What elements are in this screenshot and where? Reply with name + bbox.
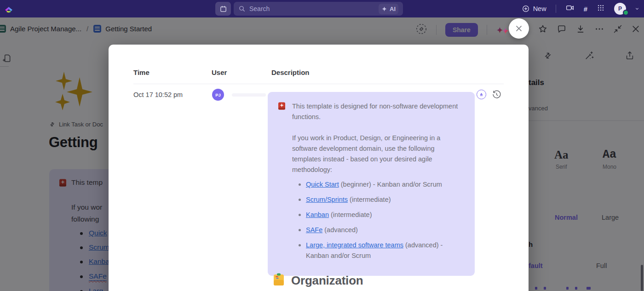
search-ai-label: AI: [390, 6, 396, 12]
ai-spark-icon: [381, 6, 387, 12]
column-header-description: Description: [271, 68, 310, 76]
chevron-down-icon: [635, 6, 639, 11]
user-menu[interactable]: P: [614, 3, 639, 15]
record-clip-button[interactable]: [565, 3, 575, 14]
clipboard-emoji: [272, 273, 285, 288]
column-header-user: User: [212, 68, 227, 76]
pin-emoji: [278, 102, 286, 266]
page-history-modal: Time User Description Oct 17 10:52 pm PJ: [109, 45, 529, 291]
organization-heading: Organization: [272, 273, 363, 288]
modal-close-button[interactable]: [509, 18, 529, 39]
channels-button[interactable]: #: [584, 5, 587, 13]
new-button-label: New: [533, 5, 546, 12]
list-item: Large, integrated software teams (advanc…: [306, 240, 463, 261]
apps-grid-button[interactable]: [597, 4, 605, 14]
template-link[interactable]: Large, integrated software teams: [306, 241, 403, 249]
new-button[interactable]: New: [522, 5, 546, 13]
search-input[interactable]: Search AI: [234, 2, 403, 16]
close-icon: [514, 24, 523, 33]
list-item-text: (intermediate): [329, 211, 372, 218]
description-callout: This template is designed for non-softwa…: [268, 92, 475, 276]
search-ai-button[interactable]: AI: [379, 4, 398, 14]
template-link[interactable]: Quick Start: [306, 181, 339, 188]
list-item: Kanban (intermediate): [306, 210, 463, 220]
search-icon: [238, 5, 246, 12]
top-navigation-bar: Search AI New #: [0, 0, 644, 17]
plus-circle-icon: [522, 5, 530, 13]
list-item: SAFe (advanced): [306, 225, 463, 235]
calendar-button[interactable]: [215, 2, 231, 16]
list-item: Quick Start (beginner) - Kanban and/or S…: [306, 179, 463, 190]
template-link[interactable]: Kanban: [306, 211, 329, 218]
column-header-time: Time: [133, 68, 150, 76]
topbar-divider: [556, 5, 556, 13]
app-window: Agile Project Manage... / Getting Starte…: [0, 0, 644, 291]
list-item-text: (intermediate): [348, 196, 391, 203]
history-time: Oct 17 10:52 pm: [133, 91, 183, 98]
restore-version-button[interactable]: [477, 90, 486, 99]
clickup-logo: [4, 3, 14, 16]
presence-dot: [623, 10, 629, 16]
search-placeholder: Search: [249, 5, 379, 12]
list-item-text: (advanced): [322, 226, 358, 234]
calendar-icon: [219, 5, 227, 13]
history-button[interactable]: [492, 90, 501, 99]
list-item: Scrum/Sprints (intermediate): [306, 194, 463, 205]
callout-paragraph: If you work in Product, Design, or Engin…: [292, 133, 463, 175]
list-item-text: (beginner) - Kanban and/or Scrum: [339, 181, 442, 188]
template-link[interactable]: Scrum/Sprints: [306, 196, 348, 203]
section-title: Organization: [291, 274, 363, 288]
template-list: Quick Start (beginner) - Kanban and/or S…: [292, 179, 463, 261]
header-divider: [133, 84, 504, 84]
callout-paragraph: This template is designed for non-softwa…: [292, 101, 463, 122]
redacted-user-name: [232, 93, 266, 97]
user-avatar: PJ: [212, 89, 224, 101]
template-link[interactable]: SAFe: [306, 226, 322, 234]
